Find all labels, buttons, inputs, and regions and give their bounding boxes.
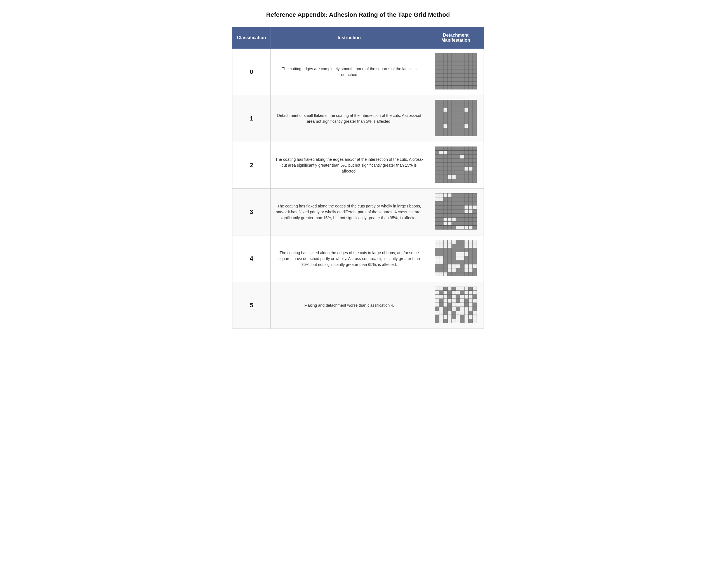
svg-rect-396 bbox=[473, 214, 476, 217]
svg-rect-254 bbox=[473, 154, 476, 158]
svg-rect-632 bbox=[439, 315, 443, 319]
svg-rect-187 bbox=[452, 128, 456, 132]
svg-rect-564 bbox=[448, 287, 451, 291]
svg-rect-8 bbox=[464, 54, 468, 57]
page-container: Reference Appendix: Adhesion Rating of t… bbox=[232, 11, 484, 329]
svg-rect-511 bbox=[443, 264, 447, 268]
grid-image bbox=[435, 287, 477, 323]
svg-rect-399 bbox=[443, 217, 447, 221]
svg-rect-510 bbox=[439, 264, 443, 268]
svg-rect-450 bbox=[439, 240, 443, 244]
svg-rect-256 bbox=[439, 159, 443, 163]
svg-rect-517 bbox=[469, 264, 472, 268]
svg-rect-164 bbox=[439, 120, 443, 124]
svg-rect-192 bbox=[473, 128, 476, 132]
classification-cell: 0 bbox=[232, 49, 271, 95]
svg-rect-570 bbox=[473, 287, 476, 291]
svg-rect-594 bbox=[448, 299, 451, 302]
svg-rect-381 bbox=[452, 209, 456, 213]
svg-rect-453 bbox=[452, 240, 456, 244]
svg-rect-643 bbox=[443, 319, 447, 323]
svg-rect-501 bbox=[443, 260, 447, 264]
svg-rect-188 bbox=[456, 128, 460, 132]
svg-rect-310 bbox=[456, 179, 460, 183]
svg-rect-22 bbox=[439, 61, 443, 65]
svg-rect-294 bbox=[473, 171, 476, 174]
svg-rect-490 bbox=[439, 256, 443, 260]
svg-rect-165 bbox=[443, 120, 447, 124]
svg-rect-524 bbox=[456, 268, 460, 272]
svg-rect-273 bbox=[469, 163, 472, 166]
svg-rect-600 bbox=[473, 299, 476, 302]
svg-rect-152 bbox=[473, 112, 476, 116]
svg-rect-149 bbox=[460, 112, 464, 116]
svg-rect-122 bbox=[473, 100, 476, 104]
svg-rect-568 bbox=[464, 287, 468, 291]
svg-rect-449 bbox=[435, 240, 439, 244]
svg-rect-561 bbox=[435, 287, 439, 291]
svg-rect-497 bbox=[469, 256, 472, 260]
svg-rect-366 bbox=[473, 201, 476, 205]
instruction-cell: The cutting edges are completely smooth,… bbox=[271, 49, 428, 95]
svg-rect-346 bbox=[473, 193, 476, 197]
svg-rect-422 bbox=[456, 226, 460, 229]
svg-rect-180 bbox=[464, 124, 468, 128]
svg-rect-598 bbox=[464, 299, 468, 302]
svg-rect-513 bbox=[452, 264, 456, 268]
svg-rect-298 bbox=[448, 175, 451, 178]
page-title: Reference Appendix: Adhesion Rating of t… bbox=[232, 11, 484, 18]
svg-rect-404 bbox=[464, 217, 468, 221]
svg-rect-234 bbox=[473, 147, 476, 150]
svg-rect-54 bbox=[448, 74, 451, 77]
svg-rect-538 bbox=[473, 272, 476, 276]
header-instruction: Instruction bbox=[271, 27, 428, 49]
svg-rect-82 bbox=[439, 86, 443, 89]
svg-rect-353 bbox=[460, 197, 464, 201]
svg-rect-296 bbox=[439, 175, 443, 178]
svg-rect-567 bbox=[460, 287, 464, 291]
svg-rect-307 bbox=[443, 179, 447, 183]
svg-rect-200 bbox=[464, 132, 468, 136]
svg-rect-494 bbox=[456, 256, 460, 260]
svg-rect-344 bbox=[464, 193, 468, 197]
svg-rect-183 bbox=[435, 128, 439, 132]
svg-rect-613 bbox=[443, 307, 447, 311]
svg-rect-638 bbox=[464, 315, 468, 319]
svg-rect-528 bbox=[473, 268, 476, 272]
svg-rect-526 bbox=[464, 268, 468, 272]
svg-rect-520 bbox=[439, 268, 443, 272]
svg-rect-264 bbox=[473, 159, 476, 163]
svg-rect-127 bbox=[452, 104, 456, 108]
svg-rect-458 bbox=[473, 240, 476, 244]
manifestation-cell bbox=[428, 49, 484, 95]
svg-rect-617 bbox=[460, 307, 464, 311]
svg-rect-620 bbox=[473, 307, 476, 311]
svg-rect-628 bbox=[464, 311, 468, 315]
svg-rect-71 bbox=[435, 82, 439, 85]
svg-rect-411 bbox=[452, 222, 456, 225]
svg-rect-471 bbox=[443, 248, 447, 252]
svg-rect-636 bbox=[456, 315, 460, 319]
svg-rect-156 bbox=[448, 116, 451, 120]
svg-rect-573 bbox=[443, 291, 447, 294]
svg-rect-507 bbox=[469, 260, 472, 264]
svg-rect-3 bbox=[443, 54, 447, 57]
svg-rect-280 bbox=[456, 167, 460, 171]
svg-rect-484 bbox=[456, 252, 460, 256]
svg-rect-488 bbox=[473, 252, 476, 256]
svg-rect-7 bbox=[460, 54, 464, 57]
svg-rect-456 bbox=[464, 240, 468, 244]
svg-rect-646 bbox=[456, 319, 460, 323]
svg-rect-371 bbox=[452, 206, 456, 209]
svg-rect-178 bbox=[456, 124, 460, 128]
svg-rect-242 bbox=[464, 151, 468, 154]
svg-rect-479 bbox=[435, 252, 439, 256]
svg-rect-410 bbox=[448, 222, 451, 225]
svg-rect-630 bbox=[473, 311, 476, 315]
svg-rect-309 bbox=[452, 179, 456, 183]
svg-rect-26 bbox=[456, 61, 460, 65]
svg-rect-297 bbox=[443, 175, 447, 178]
svg-rect-586 bbox=[456, 295, 460, 298]
svg-rect-177 bbox=[452, 124, 456, 128]
svg-rect-52 bbox=[439, 74, 443, 77]
